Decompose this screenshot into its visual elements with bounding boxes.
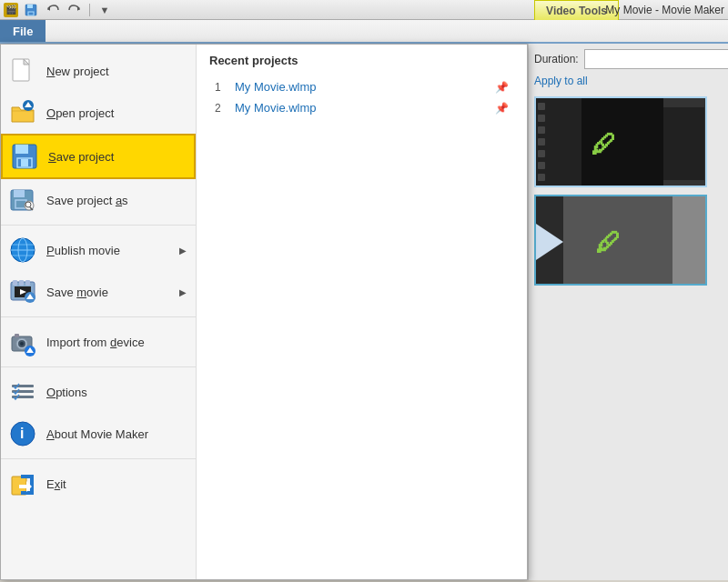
save-movie-label: Save movie [46, 286, 170, 299]
about-icon: i [8, 419, 37, 448]
recent-num-1: 1 [215, 81, 228, 94]
recent-num-2: 2 [215, 102, 228, 115]
menu-item-import-from-device[interactable]: Import from device [1, 321, 196, 363]
publish-arrow: ▶ [179, 246, 187, 256]
file-menu-right: Recent projects 1 My Movie.wlmp 📌 2 My M… [197, 45, 527, 579]
open-project-label: Open project [46, 106, 187, 120]
file-tab[interactable]: File [0, 20, 46, 42]
toolbar-area: 🎬 ▼ [4, 1, 114, 19]
save-as-icon [8, 186, 37, 215]
menu-item-open-project[interactable]: Open project [1, 92, 196, 134]
menu-item-new-project[interactable]: New project [1, 50, 196, 92]
import-from-device-label: Import from device [46, 336, 187, 349]
thumbnail-area: 🖊 🖊 [534, 96, 723, 286]
menu-item-exit[interactable]: Exit [1, 463, 196, 505]
menu-item-save-movie[interactable]: Save movie ▶ [1, 271, 196, 313]
ribbon-bar: File [0, 20, 728, 44]
save-movie-icon [8, 277, 37, 306]
menu-item-save-project-as[interactable]: Save project as [1, 179, 196, 221]
svg-rect-46 [25, 280, 30, 286]
svg-rect-12 [538, 138, 545, 146]
svg-rect-28 [15, 145, 28, 154]
recent-item-1[interactable]: 1 My Movie.wlmp 📌 [209, 76, 514, 97]
new-file-icon [8, 56, 37, 85]
save-toolbar-button[interactable] [22, 1, 40, 19]
svg-rect-1 [27, 5, 33, 8]
app-icon: 🎬 [4, 3, 18, 17]
save-icon [10, 142, 39, 171]
exit-icon [8, 469, 37, 498]
svg-point-54 [20, 342, 24, 346]
file-menu: New project Open project [0, 44, 528, 580]
main-area: Duration: ↓ Apply to all [0, 44, 728, 582]
options-icon [8, 377, 37, 406]
redo-toolbar-button[interactable] [66, 1, 84, 19]
thumbnail-1[interactable]: 🖊 [534, 96, 707, 187]
svg-rect-9 [538, 103, 545, 110]
svg-text:🖊: 🖊 [591, 130, 616, 158]
menu-item-options[interactable]: Options [1, 371, 196, 413]
menu-item-about[interactable]: i About Movie Maker [1, 413, 196, 455]
save-project-label: Save project [48, 150, 185, 164]
exit-label: Exit [46, 477, 187, 491]
new-project-label: New project [46, 65, 187, 78]
title-bar: 🎬 ▼ Video Tools My Movie - Movie Maker [0, 0, 728, 20]
divider-1 [1, 225, 196, 226]
recent-item-2[interactable]: 2 My Movie.wlmp 📌 [209, 97, 514, 118]
svg-text:i: i [20, 426, 24, 441]
svg-rect-15 [538, 174, 545, 181]
divider-4 [1, 458, 196, 459]
open-folder-icon [8, 98, 37, 127]
svg-rect-14 [538, 162, 545, 169]
svg-rect-32 [14, 190, 25, 197]
svg-rect-11 [538, 126, 545, 134]
svg-text:🖊: 🖊 [595, 228, 621, 256]
app-title: My Movie - Movie Maker [605, 4, 724, 16]
publish-icon [8, 236, 37, 265]
recent-pin-1[interactable]: 📌 [495, 81, 509, 94]
file-menu-left: New project Open project [1, 45, 197, 579]
apply-to-all-button[interactable]: Apply to all [534, 75, 588, 87]
recent-projects-title: Recent projects [209, 54, 514, 67]
svg-rect-55 [15, 334, 19, 337]
svg-rect-17 [663, 107, 704, 180]
recent-filename-2: My Movie.wlmp [235, 101, 488, 115]
import-icon [8, 327, 37, 356]
options-label: Options [46, 386, 187, 399]
save-project-as-label: Save project as [46, 194, 187, 207]
duration-input[interactable] [584, 49, 728, 69]
recent-filename-1: My Movie.wlmp [235, 80, 488, 94]
svg-rect-10 [538, 115, 545, 122]
save-movie-arrow: ▶ [179, 287, 187, 297]
svg-rect-22 [672, 196, 707, 286]
duration-label: Duration: [534, 53, 579, 65]
thumbnail-2[interactable]: 🖊 [534, 195, 707, 286]
dropdown-toolbar-button[interactable]: ▼ [96, 1, 114, 19]
divider-3 [1, 366, 196, 367]
recent-pin-2[interactable]: 📌 [495, 102, 509, 115]
svg-rect-44 [13, 280, 17, 286]
publish-movie-label: Publish movie [46, 244, 170, 257]
svg-rect-30 [21, 159, 28, 166]
about-label: About Movie Maker [46, 427, 187, 441]
svg-rect-45 [19, 280, 24, 286]
toolbar-separator [89, 4, 90, 16]
duration-row: Duration: ↓ [534, 49, 723, 69]
undo-toolbar-button[interactable] [44, 1, 62, 19]
menu-item-publish-movie[interactable]: Publish movie ▶ [1, 229, 196, 271]
menu-item-save-project[interactable]: Save project [1, 134, 196, 179]
divider-2 [1, 316, 196, 317]
right-panel: Duration: ↓ Apply to all [528, 44, 728, 580]
svg-rect-13 [538, 150, 545, 157]
